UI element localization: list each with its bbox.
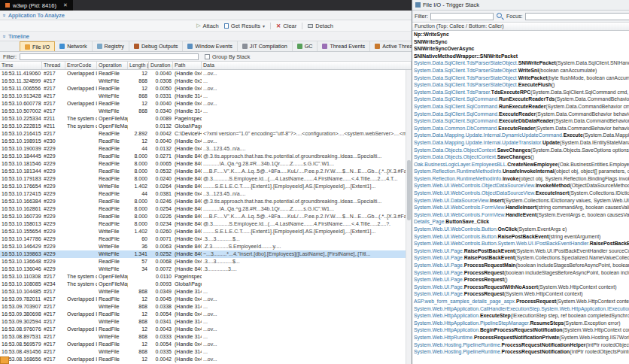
stack-frame[interactable]: System.Data.SqlClient.TdsParserStateObje… bbox=[412, 74, 629, 82]
stack-frame[interactable]: ASP.web_form_samples_details_page_aspx.P… bbox=[412, 298, 629, 305]
column-header-path[interactable]: Path bbox=[173, 62, 202, 69]
scrollbar-thumb[interactable] bbox=[407, 160, 411, 220]
tab-gc[interactable]: GC bbox=[293, 41, 318, 51]
stack-frame[interactable]: Np::WriteSync bbox=[412, 31, 629, 38]
clear-button[interactable]: ✕ Clear bbox=[276, 23, 296, 29]
stack-frame[interactable]: System.Data.Common.DbCommand.ExecuteRead… bbox=[412, 125, 629, 132]
stack-frame[interactable]: SNIWriteSync bbox=[412, 38, 629, 46]
stack-frame[interactable]: System.Data.SqlClient.SqlCommand.RunExec… bbox=[412, 96, 629, 103]
column-header-operation[interactable]: Operation bbox=[97, 62, 128, 69]
table-row[interactable]: 16:53.11.324899#217WriteFile8680.0308(Ha… bbox=[0, 77, 406, 85]
tab-close-icon[interactable]: ✕ bbox=[63, 2, 68, 8]
stack-frame[interactable]: System.Data.SqlClient.SqlCommand.RunExec… bbox=[412, 103, 629, 111]
stack-frame[interactable]: System.Web.UI.Page.ProcessRequest() bbox=[412, 276, 629, 284]
stack-frame[interactable]: System.Reflection.RuntimeMethodInfo.Unsa… bbox=[412, 168, 629, 175]
stack-frame[interactable]: System.Data.SqlClient.TdsParserStateObje… bbox=[412, 81, 629, 89]
stack-frame[interactable]: System.Data.Objects.ObjectContext.SaveCh… bbox=[412, 153, 629, 161]
table-row[interactable]: 16:53.10.225334#211The system cann...Ope… bbox=[0, 115, 406, 123]
stack-frame[interactable]: System.Web.HttpApplication.PipelineStepM… bbox=[412, 320, 629, 327]
stack-frame[interactable]: System.Data.SqlClient.SqlCommand.Execute… bbox=[412, 111, 629, 118]
stack-frame[interactable]: SNINativeMethodWrapper::SNIWritePacket bbox=[412, 53, 629, 60]
stack-frame[interactable]: System.Data.SqlClient.TdsParserStateObje… bbox=[412, 59, 629, 67]
stack-frame[interactable]: System.Web.UI.WebControls.ObjectDataSour… bbox=[412, 182, 629, 190]
table-row[interactable]: 16:53.10.108085#234The system cann...Ope… bbox=[0, 281, 406, 288]
stack-frame[interactable]: System.Web.HttpApplication.BeginProcessR… bbox=[412, 326, 629, 334]
stack-frame[interactable]: System.Web.HttpApplication.CallHandlerEx… bbox=[412, 305, 629, 313]
stack-frame[interactable]: System.Web.Hosting.PipelineRuntime.Proce… bbox=[412, 341, 629, 349]
table-row[interactable]: 16:53.10.184445#229ReadFile8.0000.0271(H… bbox=[0, 153, 406, 160]
tab-file-i-o[interactable]: File I/O bbox=[20, 41, 55, 51]
table-row[interactable]: 16:53.10.176654#229WriteFile1.4020.0264(… bbox=[0, 183, 406, 190]
stack-frame[interactable]: System.Web.UI.Page.RaisePostBackEvent(Sy… bbox=[412, 247, 629, 255]
table-row[interactable]: 16:53.11.006556#217Overlapped I/O o...Re… bbox=[0, 85, 406, 93]
table-row[interactable]: 16:53.10.146429#229WriteFile360.0063(Han… bbox=[0, 243, 406, 250]
column-header-data[interactable]: Data bbox=[202, 62, 412, 69]
table-row[interactable]: 16:53.09.380698#217Overlapped I/O o...Re… bbox=[0, 311, 406, 318]
table-row[interactable]: 16:53.10.507002#217WriteFile8680.0340(Ha… bbox=[0, 108, 406, 115]
stack-frame[interactable]: System.Web.UI.Page.RaisePostBackEvent(Sy… bbox=[412, 254, 629, 262]
table-row[interactable]: 16:53.09.703907#217WriteFile8680.0338(Ha… bbox=[0, 303, 406, 311]
table-row[interactable]: 16:53.08.168656#217Overlapped I/O o...Re… bbox=[0, 356, 406, 363]
stack-frame[interactable]: System.Data.Mapping.Update.Internal.Dyna… bbox=[412, 132, 629, 139]
table-row[interactable]: 16:53.10.198915#230ReadFile120.0040(Hand… bbox=[0, 138, 406, 145]
column-header-errorcode[interactable]: ErrorCode bbox=[65, 62, 97, 69]
stack-frame[interactable]: System.Data.Objects.ObjectContext.SaveCh… bbox=[412, 147, 629, 154]
tab-window-events[interactable]: Window Events bbox=[183, 41, 238, 51]
table-row[interactable]: 16:53.10.216415#217ReadFile2.8920.0042C:… bbox=[0, 130, 406, 138]
stack-filter-input[interactable] bbox=[430, 13, 494, 20]
table-row[interactable]: 16:53.10.181546#229ReadFile8.0000.0065(H… bbox=[0, 160, 406, 168]
detach-button[interactable]: Detach bbox=[308, 23, 333, 29]
stack-frame[interactable]: Oak.BusinessLogicLayer.EmployeesBLL.Crea… bbox=[412, 161, 629, 168]
process-tab[interactable]: w3wp (Pid: 8416) ✕ bbox=[0, 0, 73, 11]
search-icon[interactable] bbox=[496, 12, 504, 20]
table-row[interactable]: 16:53.10.136046#229WriteFile340.0072(Han… bbox=[0, 265, 406, 273]
tab-active-threads[interactable]: Active Threads bbox=[370, 41, 412, 51]
stack-frame[interactable]: System.Web.UI.Page.ProcessRequestWithNoA… bbox=[412, 284, 629, 291]
table-row[interactable]: 16:53.10.160739#229ReadFile8.0000.0226(H… bbox=[0, 213, 406, 220]
column-header-time[interactable]: Time bbox=[0, 62, 42, 69]
stack-frame[interactable]: System.Web.UI.WebControls.Button.OnClick… bbox=[412, 226, 629, 233]
column-header-length[interactable]: Length (By... bbox=[128, 62, 149, 69]
table-row[interactable]: 16:53.10.222815#211The system cann...Ope… bbox=[0, 123, 406, 130]
stack-frame[interactable]: Details_Page.ButtonSave_Click bbox=[412, 218, 629, 226]
get-results-button[interactable]: Get Results ▾ bbox=[224, 23, 265, 29]
stack-frame[interactable]: System.Web.UI.DataSourceView.Insert(Syst… bbox=[412, 197, 629, 205]
table-row[interactable]: 16:53.10.147786#229ReadFile600.0071(Hand… bbox=[0, 235, 406, 243]
stack-frame[interactable]: System.Web.UI.WebControls.Button.System.… bbox=[412, 240, 629, 247]
table-row[interactable]: 16:53.08.491456#217WriteFile8680.0335(Ha… bbox=[0, 348, 406, 356]
stack-frame[interactable]: System.Web.UI.WebControls.FormView.Handl… bbox=[412, 211, 629, 219]
stack-frame[interactable]: System.Web.Hosting.PipelineRuntime.Proce… bbox=[412, 348, 629, 356]
stack-frame[interactable]: System.Web.UI.Page.ProcessRequest(System… bbox=[412, 290, 629, 298]
table-row[interactable]: 16:53.10.104485#217WriteFile8680.0349(Ha… bbox=[0, 288, 406, 296]
table-row[interactable]: 16:53.11.419060#217Overlapped I/O o...Re… bbox=[0, 70, 406, 77]
table-row[interactable]: 16:53.08.569579#217Overlapped I/O o...Re… bbox=[0, 341, 406, 348]
table-row[interactable]: 16:53.10.179183#229ReadFile8.0000.0240(H… bbox=[0, 175, 406, 183]
tab-thread-events[interactable]: Thread Events bbox=[318, 41, 370, 51]
table-row[interactable]: 16:53.09.782011#217Overlapped I/O o...Re… bbox=[0, 296, 406, 303]
tab-registry[interactable]: Registry bbox=[93, 41, 129, 51]
table-row[interactable]: 16:53.10.190039#229ReadFile440.0132(Hand… bbox=[0, 145, 406, 153]
focus-input[interactable] bbox=[525, 13, 629, 20]
filter-input[interactable] bbox=[20, 53, 199, 60]
table-row[interactable]: 16:53.10.181344#229ReadFile8.0000.0532(H… bbox=[0, 168, 406, 175]
stack-frame[interactable]: System.Web.UI.WebControls.Button.RaisePo… bbox=[412, 233, 629, 241]
stack-frame[interactable]: System.Data.Mapping.Update.Internal.Upda… bbox=[412, 139, 629, 147]
table-row[interactable]: 16:53.10.155654#229WriteFile1.4020.0260(… bbox=[0, 228, 406, 235]
tab-jit-compilation[interactable]: JIT Compilation bbox=[238, 41, 293, 51]
stack-frame[interactable]: System.Web.HttpApplication.ExecuteStep(I… bbox=[412, 312, 629, 320]
stack-frame[interactable]: System.Web.HttpRuntime.ProcessRequestNot… bbox=[412, 334, 629, 341]
stack-frame[interactable]: SNIWriteSyncOverAsync bbox=[412, 45, 629, 53]
stack-frame[interactable]: System.Web.UI.WebControls.ObjectDataSour… bbox=[412, 190, 629, 197]
function-column-header[interactable]: Function (Top: Callee / Bottom: Caller) bbox=[412, 23, 629, 31]
stack-frame[interactable]: System.Web.UI.Page.ProcessRequestMain(bo… bbox=[412, 262, 629, 269]
group-by-stack-checkbox[interactable]: Group By Stack bbox=[205, 53, 250, 60]
table-row[interactable]: 16:53.10.166384#229ReadFile8.0000.0246(H… bbox=[0, 198, 406, 205]
table-row[interactable]: 16:53.10.110308#217The system cann...Ope… bbox=[0, 273, 406, 281]
column-header-duration[interactable]: Duration (... bbox=[149, 62, 173, 69]
table-row[interactable]: 16:53.10.158013#229ReadFile8.0000.0234(H… bbox=[0, 220, 406, 228]
table-row[interactable]: 16:53.10.136648#229ReadFile570.0068(Hand… bbox=[0, 258, 406, 265]
application-to-analyze-header[interactable]: » Application To Analyze bbox=[0, 11, 412, 20]
table-row[interactable]: 16:53.10.600778#217Overlapped I/O o...Re… bbox=[0, 100, 406, 108]
column-header-thread[interactable]: Thread bbox=[42, 62, 65, 69]
attach-button[interactable]: ▷ Attach bbox=[196, 23, 219, 29]
